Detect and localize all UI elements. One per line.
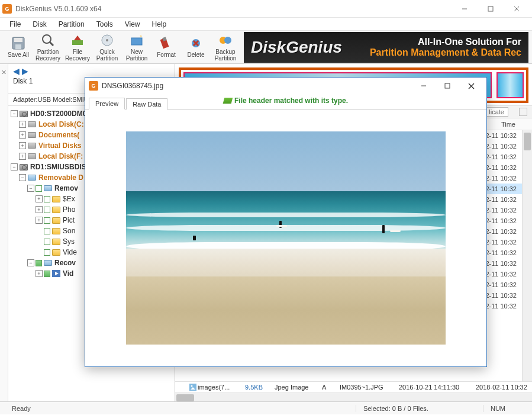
menu-disk[interactable]: Disk xyxy=(27,19,52,30)
preview-window: G DNSGI0368745.jpg Preview Raw Data File… xyxy=(85,77,487,367)
expander-icon[interactable]: + xyxy=(36,206,43,213)
minimize-button[interactable] xyxy=(452,1,478,17)
file-attr: A xyxy=(318,384,336,391)
folder-icon xyxy=(51,205,61,214)
preview-maximize-button[interactable] xyxy=(436,79,459,93)
hdd-icon xyxy=(19,163,28,171)
backup-partition-label: Backup Partition xyxy=(215,49,237,62)
file-created: 2016-10-21 14:11:30 xyxy=(395,384,472,391)
checkbox-checked[interactable] xyxy=(36,260,42,266)
nav-prev-icon[interactable]: ◀ xyxy=(13,66,20,76)
format-label: Format xyxy=(157,52,176,59)
preview-status-message: File header matched with its type. xyxy=(224,96,348,105)
tree-documents[interactable]: Documents( xyxy=(38,131,79,139)
menu-file[interactable]: File xyxy=(4,19,27,30)
svg-line-8 xyxy=(50,42,53,46)
new-partition-button[interactable]: New Partition xyxy=(122,31,151,63)
checkbox[interactable] xyxy=(44,249,50,256)
checkbox[interactable] xyxy=(44,228,50,234)
tree-folder[interactable]: Pict xyxy=(63,216,75,224)
svg-rect-9 xyxy=(72,40,83,45)
expander-icon[interactable]: + xyxy=(19,131,26,139)
tree-virtual-disks[interactable]: Virtual Disks xyxy=(38,141,81,150)
file-type: Jpeg Image xyxy=(271,384,318,391)
drive-icon xyxy=(27,120,37,128)
expander-icon[interactable]: − xyxy=(19,174,26,181)
backup-partition-button[interactable]: Backup Partition xyxy=(211,31,240,63)
checkbox[interactable] xyxy=(44,239,50,245)
partition-segment[interactable] xyxy=(496,72,524,98)
menu-partition[interactable]: Partition xyxy=(53,19,91,30)
partition-recovery-label: Partition Recovery xyxy=(36,49,60,62)
status-selected: Selected: 0 B / 0 Files. xyxy=(356,405,436,412)
tab-raw-data[interactable]: Raw Data xyxy=(126,98,167,110)
expander-icon[interactable]: + xyxy=(19,153,26,160)
tree-remov[interactable]: Remov xyxy=(54,184,78,192)
tree-folder[interactable]: Pho xyxy=(63,205,75,214)
expander-icon[interactable]: − xyxy=(27,259,34,266)
drive-icon xyxy=(27,141,37,150)
vertical-scrollbar[interactable] xyxy=(522,130,532,401)
tree-hd0[interactable]: HD0:ST2000DM0 xyxy=(30,110,86,118)
tree-vid[interactable]: Vid xyxy=(63,269,73,278)
checkbox[interactable] xyxy=(44,196,50,202)
preview-close-button[interactable] xyxy=(459,79,483,93)
delete-button[interactable]: Delete xyxy=(181,31,211,63)
menu-tools[interactable]: Tools xyxy=(91,19,119,30)
format-button[interactable]: Format xyxy=(151,31,181,63)
checkbox[interactable] xyxy=(36,185,42,192)
checkbox-checked[interactable] xyxy=(44,271,50,277)
tree-local-c[interactable]: Local Disk(C: xyxy=(38,120,84,128)
backup-icon xyxy=(218,33,233,48)
tab-preview[interactable]: Preview xyxy=(89,98,125,110)
tree-rd1[interactable]: RD1:SMIUSBDIS xyxy=(30,163,86,171)
expander-icon[interactable]: + xyxy=(19,142,26,149)
tree-removable-d[interactable]: Removable D xyxy=(38,173,83,182)
format-icon xyxy=(159,36,174,51)
expander-icon[interactable]: − xyxy=(27,185,34,192)
table-row[interactable]: images(7... 9.5KB Jpeg Image A IM0395~1.… xyxy=(175,382,532,393)
save-all-button[interactable]: Save All xyxy=(4,31,33,63)
nav-next-icon[interactable]: ▶ xyxy=(22,66,28,76)
maximize-button[interactable] xyxy=(478,1,504,17)
menu-bar: File Disk Partition Tools View Help xyxy=(0,18,532,31)
preview-minimize-button[interactable] xyxy=(412,79,436,93)
svg-rect-13 xyxy=(131,38,142,45)
file-recovery-label: File Recovery xyxy=(65,49,90,62)
expander-icon[interactable]: + xyxy=(36,217,43,224)
tree-folder[interactable]: Son xyxy=(63,227,75,235)
expander-icon[interactable]: + xyxy=(36,270,43,277)
menu-help[interactable]: Help xyxy=(146,19,173,30)
expander-icon[interactable]: − xyxy=(11,110,18,117)
tree-recov[interactable]: Recov xyxy=(54,259,76,267)
main-area: ✕ ◀ ▶ Disk 1 Adapter:USB Model:SMIU −HD0… xyxy=(0,64,532,401)
preview-title-bar: G DNSGI0368745.jpg xyxy=(85,78,486,94)
file-table-bottom: images(7... 9.5KB Jpeg Image A IM0395~1.… xyxy=(175,381,532,401)
tree-folder[interactable]: Vide xyxy=(63,248,77,256)
delete-label: Delete xyxy=(188,52,205,59)
expander-icon[interactable]: + xyxy=(19,121,26,128)
new-partition-label: New Partition xyxy=(126,49,148,62)
panel-close-icon[interactable]: ✕ xyxy=(0,66,7,78)
brand-name: DiskGenius xyxy=(251,38,342,57)
removable-icon xyxy=(43,184,53,192)
menu-view[interactable]: View xyxy=(119,19,146,30)
checkbox[interactable] xyxy=(44,217,50,224)
file-recovery-button[interactable]: File Recovery xyxy=(63,31,92,63)
tree-local-f[interactable]: Local Disk(F: xyxy=(38,152,83,160)
checkbox[interactable] xyxy=(44,207,50,213)
quick-partition-button[interactable]: Quick Partition xyxy=(92,31,122,63)
partition-recovery-button[interactable]: Partition Recovery xyxy=(33,31,63,63)
close-button[interactable] xyxy=(504,1,530,17)
duplicate-button-fragment[interactable]: licate xyxy=(485,107,508,117)
title-bar: G DiskGenius V5.0.1.609 x64 xyxy=(0,0,532,18)
app-icon: G xyxy=(89,81,98,91)
toolbar: Save All Partition Recovery File Recover… xyxy=(0,31,532,64)
preview-filename: DNSGI0368745.jpg xyxy=(102,82,412,90)
tree-folder[interactable]: Sys xyxy=(63,237,75,246)
tree-folder[interactable]: $Ex xyxy=(63,195,75,203)
expander-icon[interactable]: + xyxy=(36,195,43,202)
magnifier-icon xyxy=(40,33,56,48)
expander-icon[interactable]: − xyxy=(11,163,18,170)
horizontal-scrollbar[interactable] xyxy=(175,393,532,401)
